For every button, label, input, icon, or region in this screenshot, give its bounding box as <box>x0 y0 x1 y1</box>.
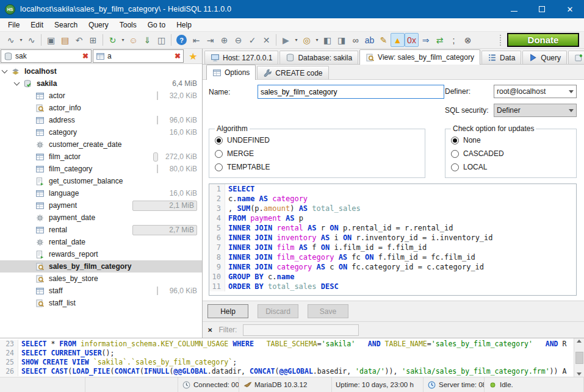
menu-go-to[interactable]: Go to <box>142 19 171 31</box>
table-filter-box[interactable]: sak ✖ <box>1 49 92 63</box>
blob-as-text-button[interactable]: ▲ <box>391 33 405 47</box>
insert-row-button[interactable]: ⊕ <box>217 33 231 47</box>
first-row-button[interactable]: ⇤ <box>189 33 203 47</box>
load-sql-dropdown[interactable]: ▾ <box>314 33 320 47</box>
tree-item-sales_by_film_category[interactable]: sales_by_film_category <box>0 260 202 273</box>
tab-query[interactable]: Query <box>522 51 567 64</box>
chevron-expanded-icon[interactable] <box>2 68 8 74</box>
radio-undefined[interactable]: UNDEFINED <box>215 134 419 147</box>
tree-item-rental_date[interactable]: rental_date <box>0 236 202 248</box>
case-toggle-button[interactable]: ab <box>362 33 377 47</box>
run-query-button[interactable]: ▶ <box>279 33 293 47</box>
new-connection-button[interactable]: ∿ <box>24 33 38 47</box>
save-button[interactable]: Save <box>308 304 348 318</box>
tree-item-film_category[interactable]: film_category80,0 KiB <box>0 163 202 175</box>
tree-item-staff_list[interactable]: staff_list <box>0 297 202 309</box>
scrollbar-thumb[interactable] <box>575 352 583 364</box>
reformat-sql-button[interactable]: ✎ <box>377 33 391 47</box>
radio-merge[interactable]: MERGE <box>215 147 419 160</box>
menu-query[interactable]: Query <box>83 19 114 31</box>
tab-data[interactable]: Data <box>481 51 521 64</box>
scroll-up-icon[interactable] <box>577 340 582 343</box>
cancel-editing-button[interactable]: ✕ <box>259 33 273 47</box>
last-row-button[interactable]: ⇥ <box>203 33 217 47</box>
delete-row-button[interactable]: ⊖ <box>231 33 245 47</box>
minimize-button[interactable] <box>500 0 528 18</box>
app-icon[interactable]: HS <box>5 4 15 15</box>
tree-item-customer_create_date[interactable]: customer_create_date <box>0 138 202 151</box>
stop-button[interactable]: ⊗ <box>461 33 475 47</box>
tree-item-rental[interactable]: rental2,7 MiB <box>0 224 202 236</box>
refresh-dropdown[interactable]: ▾ <box>120 33 126 47</box>
hex-view-button[interactable]: 0x <box>405 33 419 47</box>
tree-item-localhost[interactable]: localhost <box>0 65 202 77</box>
radio-local[interactable]: LOCAL <box>451 160 571 174</box>
database-tree[interactable]: localhostsakila6,4 MiBactor32,0 KiBactor… <box>0 64 202 338</box>
column-filter-box[interactable]: a ✖ <box>93 49 184 63</box>
tab-new-query[interactable] <box>568 51 584 64</box>
tree-item-get_customer_balance[interactable]: get_customer_balance <box>0 175 202 187</box>
tab-host[interactable]: Host: 127.0.0.1 <box>204 51 278 64</box>
tree-item-sakila[interactable]: sakila6,4 MiB <box>0 77 202 90</box>
log-scrollbar[interactable] <box>574 338 584 377</box>
view-name-input[interactable] <box>258 85 444 99</box>
radio-none[interactable]: None <box>451 134 571 147</box>
tree-item-actor_info[interactable]: actor_info <box>0 102 202 114</box>
print-button[interactable]: ⊞ <box>86 33 100 47</box>
indent-button[interactable]: ⇒ <box>419 33 433 47</box>
clear-table-filter-icon[interactable]: ✖ <box>82 52 88 60</box>
tab-create-code[interactable]: CREATE code <box>257 66 328 79</box>
tree-item-staff[interactable]: staff96,0 KiB <box>0 285 202 297</box>
menu-edit[interactable]: Edit <box>25 19 49 31</box>
tab-options[interactable]: Options <box>206 65 256 80</box>
scroll-down-icon[interactable] <box>577 372 582 376</box>
menu-tools[interactable]: Tools <box>114 19 142 31</box>
clear-column-filter-icon[interactable]: ✖ <box>175 52 181 60</box>
favorites-filter-button[interactable]: ★ <box>185 49 201 63</box>
save-sql-button[interactable]: ◧ <box>320 33 334 47</box>
tab-view[interactable]: View: sales_by_film_category <box>359 49 480 65</box>
tree-item-category[interactable]: category16,0 KiB <box>0 126 202 138</box>
post-changes-button[interactable]: ✓ <box>245 33 259 47</box>
export-database-button[interactable]: ⇓ <box>140 33 154 47</box>
close-filter-icon[interactable]: ✕ <box>207 327 212 333</box>
tree-item-address[interactable]: address96,0 KiB <box>0 114 202 126</box>
delimiter-button[interactable]: ; <box>447 33 461 47</box>
run-query-dropdown[interactable]: ▾ <box>293 33 300 47</box>
tree-item-payment_date[interactable]: payment_date <box>0 212 202 224</box>
menu-file[interactable]: File <box>2 19 25 31</box>
undo-button[interactable]: ↶ <box>72 33 86 47</box>
data-filter-input[interactable] <box>243 324 359 336</box>
tree-item-sales_by_store[interactable]: sales_by_store <box>0 273 202 285</box>
load-sql-file-button[interactable]: ◎ <box>300 33 314 47</box>
save-sql-as-button[interactable]: ◨ <box>334 33 348 47</box>
tree-item-rewards_report[interactable]: rewards_report <box>0 248 202 260</box>
paste-button[interactable]: ▤ <box>58 33 72 47</box>
radio-temptable[interactable]: TEMPTABLE <box>215 160 419 174</box>
refresh-button[interactable]: ↻ <box>106 33 120 47</box>
session-manager-button[interactable]: ∿ <box>4 33 18 47</box>
session-manager-dropdown[interactable]: ▾ <box>18 33 24 47</box>
discard-button[interactable]: Discard <box>258 304 298 318</box>
copy-button[interactable]: ▣ <box>44 33 58 47</box>
donate-button[interactable]: Donate <box>507 33 579 47</box>
sql-editor[interactable]: 1SELECT2c.name AS category3, SUM(p.amoun… <box>209 184 577 296</box>
sql-security-select[interactable]: Definer <box>494 104 577 117</box>
find-replace-button[interactable]: ∞ <box>348 33 362 47</box>
radio-cascaded[interactable]: CASCADED <box>451 147 571 160</box>
query-log[interactable]: 23SELECT * FROM information_schema.KEY_C… <box>0 338 574 377</box>
save-settings-button[interactable]: ◫ <box>154 33 168 47</box>
tree-item-film_actor[interactable]: film_actor272,0 KiB <box>0 151 202 163</box>
close-button[interactable]: ✕ <box>556 0 584 18</box>
tree-item-actor[interactable]: actor32,0 KiB <box>0 90 202 102</box>
menu-help[interactable]: Help <box>171 19 197 31</box>
tab-database[interactable]: Database: sakila <box>279 51 358 64</box>
linebreaks-button[interactable]: ⇄ <box>433 33 447 47</box>
chevron-expanded-icon[interactable] <box>14 80 20 86</box>
help-button[interactable]: Help <box>207 304 248 318</box>
tree-item-language[interactable]: language16,0 KiB <box>0 187 202 199</box>
user-manager-button[interactable]: ☺ <box>126 33 140 47</box>
tree-item-payment[interactable]: payment2,1 MiB <box>0 199 202 212</box>
maximize-button[interactable] <box>528 0 556 18</box>
definer-select[interactable]: root@localhost <box>494 85 577 98</box>
